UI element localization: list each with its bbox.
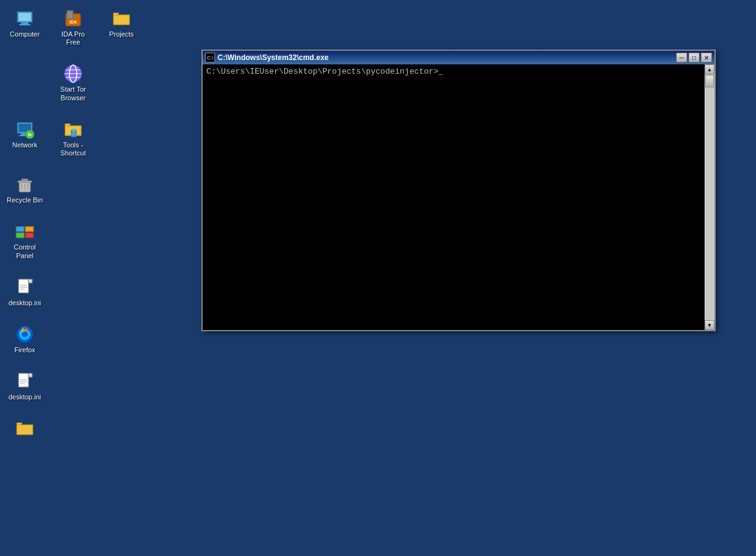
computer-icon	[15, 9, 35, 28]
ida-icon-label: IDA Pro Free	[54, 30, 92, 46]
svg-rect-25	[16, 233, 24, 238]
controlpanel-icon-label: Control Panel	[6, 243, 44, 259]
svg-rect-1	[19, 13, 31, 21]
desktop-icon-tor[interactable]: Start Tor Browser	[51, 61, 95, 104]
svg-rect-36	[19, 373, 29, 387]
svg-text:N: N	[28, 132, 32, 137]
cmd-prompt-text: C:\Users\IEUser\Desktop\Projects\pycodei…	[206, 67, 443, 76]
desktop: Computer IDA IDA Pro Free	[0, 0, 756, 556]
desktop-icon-ini1[interactable]: desktop.ini	[3, 275, 46, 310]
ini1-icon	[15, 277, 35, 297]
desktop-icon-ini2[interactable]: desktop.ini	[3, 369, 46, 404]
folder-bottom-icon	[15, 419, 35, 438]
svg-rect-22	[22, 179, 28, 181]
svg-rect-19	[72, 129, 76, 132]
cmd-title-icon: C:\	[205, 53, 215, 63]
svg-text:IDA: IDA	[69, 20, 77, 24]
svg-rect-29	[29, 279, 32, 283]
scroll-up-button[interactable]: ▲	[705, 64, 714, 74]
desktop-icon-controlpanel[interactable]: Control Panel	[3, 219, 46, 262]
tor-icon	[63, 64, 83, 84]
svg-rect-5	[67, 11, 73, 19]
svg-point-35	[22, 331, 28, 337]
desktop-icon-folder-bottom[interactable]	[3, 416, 46, 443]
cmd-title-left: C:\ C:\Windows\System32\cmd.exe	[205, 53, 328, 63]
cmd-title-text: C:\Windows\System32\cmd.exe	[218, 53, 328, 62]
desktop-icon-tools[interactable]: Tools - Shortcut	[51, 117, 95, 160]
svg-rect-23	[16, 227, 24, 232]
firefox-icon-label: Firefox	[14, 346, 35, 354]
ini2-icon	[15, 371, 35, 391]
ida-icon: IDA	[63, 9, 83, 28]
cmd-window: C:\ C:\Windows\System32\cmd.exe ─ □ ✕ C:…	[201, 50, 716, 331]
computer-icon-label: Computer	[10, 30, 40, 38]
cmd-title-buttons: ─ □ ✕	[676, 53, 712, 63]
network-icon-label: Network	[12, 141, 37, 149]
tools-icon-label: Tools - Shortcut	[54, 141, 92, 157]
desktop-icons-container: Computer IDA IDA Pro Free	[0, 0, 146, 455]
network-icon: N	[15, 119, 35, 139]
desktop-icon-recycle[interactable]: Recycle Bin	[3, 172, 46, 207]
svg-rect-27	[19, 279, 29, 293]
desktop-icon-projects[interactable]: Projects	[100, 6, 143, 49]
svg-rect-24	[25, 227, 33, 232]
desktop-icon-firefox[interactable]: Firefox	[3, 322, 46, 357]
scroll-down-button[interactable]: ▼	[705, 320, 714, 330]
svg-rect-2	[21, 22, 29, 24]
projects-icon-label: Projects	[109, 30, 134, 38]
tor-icon-label: Start Tor Browser	[54, 85, 92, 102]
projects-icon	[112, 9, 131, 28]
cmd-close-button[interactable]: ✕	[701, 53, 712, 63]
desktop-icon-ida[interactable]: IDA IDA Pro Free	[51, 6, 95, 49]
cmd-body: C:\Users\IEUser\Desktop\Projects\pycodei…	[203, 64, 714, 330]
scroll-track	[705, 74, 714, 320]
tools-icon	[63, 119, 83, 139]
cmd-minimize-button[interactable]: ─	[676, 53, 687, 63]
scroll-thumb[interactable]	[705, 75, 714, 87]
cmd-titlebar[interactable]: C:\ C:\Windows\System32\cmd.exe ─ □ ✕	[203, 51, 714, 64]
ini2-icon-label: desktop.ini	[9, 393, 42, 401]
cmd-scrollbar[interactable]: ▲ ▼	[705, 64, 714, 330]
desktop-icon-computer[interactable]: Computer	[3, 6, 46, 49]
ini1-icon-label: desktop.ini	[9, 299, 42, 307]
controlpanel-icon	[15, 222, 35, 241]
cmd-content[interactable]: C:\Users\IEUser\Desktop\Projects\pycodei…	[203, 64, 705, 330]
recycle-icon	[15, 175, 35, 194]
svg-rect-3	[19, 24, 30, 25]
svg-rect-26	[25, 233, 33, 238]
cmd-maximize-button[interactable]: □	[688, 53, 700, 63]
firefox-icon	[15, 324, 35, 344]
recycle-icon-label: Recycle Bin	[7, 196, 43, 204]
svg-rect-38	[29, 373, 32, 377]
desktop-icon-network[interactable]: N Network	[3, 117, 46, 160]
